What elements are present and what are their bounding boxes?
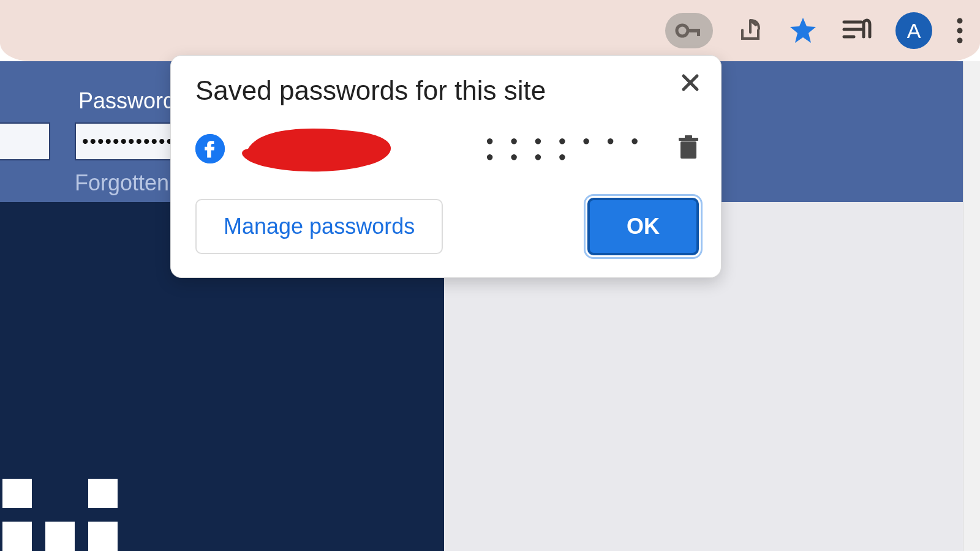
facebook-icon xyxy=(195,134,225,163)
popup-actions: Manage passwords OK xyxy=(195,198,699,255)
close-button[interactable] xyxy=(677,69,704,96)
svg-point-7 xyxy=(957,28,963,34)
kebab-menu-icon[interactable] xyxy=(956,17,964,45)
svg-rect-14 xyxy=(685,135,692,138)
avatar-initial: A xyxy=(907,19,921,43)
ok-button[interactable]: OK xyxy=(587,198,699,255)
decorative-blocks xyxy=(2,479,118,551)
browser-toolbar: A xyxy=(0,0,980,61)
username-redacted xyxy=(236,124,401,173)
email-field[interactable] xyxy=(0,122,50,160)
popup-title: Saved passwords for this site xyxy=(195,75,699,106)
password-field[interactable]: ••••••••••••••• xyxy=(75,122,179,160)
saved-password-entry[interactable]: ● ● ● ● ● ● ● ● ● ● ● xyxy=(195,124,699,173)
svg-rect-2 xyxy=(697,29,700,36)
share-icon[interactable] xyxy=(736,17,764,45)
reading-list-icon[interactable] xyxy=(842,17,872,44)
toolbar-icons: A xyxy=(665,12,975,49)
forgotten-link[interactable]: Forgotten xyxy=(75,170,169,196)
password-key-icon[interactable] xyxy=(665,13,713,48)
profile-avatar[interactable]: A xyxy=(895,12,932,49)
svg-point-0 xyxy=(677,25,688,36)
saved-passwords-popup: Saved passwords for this site ● ● ● ● ● … xyxy=(170,55,722,278)
manage-passwords-button[interactable]: Manage passwords xyxy=(195,199,443,254)
vertical-scrollbar[interactable] xyxy=(963,61,980,551)
svg-point-8 xyxy=(957,38,963,43)
delete-icon[interactable] xyxy=(678,135,699,162)
password-masked: ● ● ● ● ● ● ● ● ● ● ● xyxy=(412,133,667,165)
bookmark-star-icon[interactable] xyxy=(788,15,818,46)
svg-point-6 xyxy=(957,18,963,24)
svg-rect-12 xyxy=(680,141,696,159)
password-label: Password xyxy=(78,88,175,114)
